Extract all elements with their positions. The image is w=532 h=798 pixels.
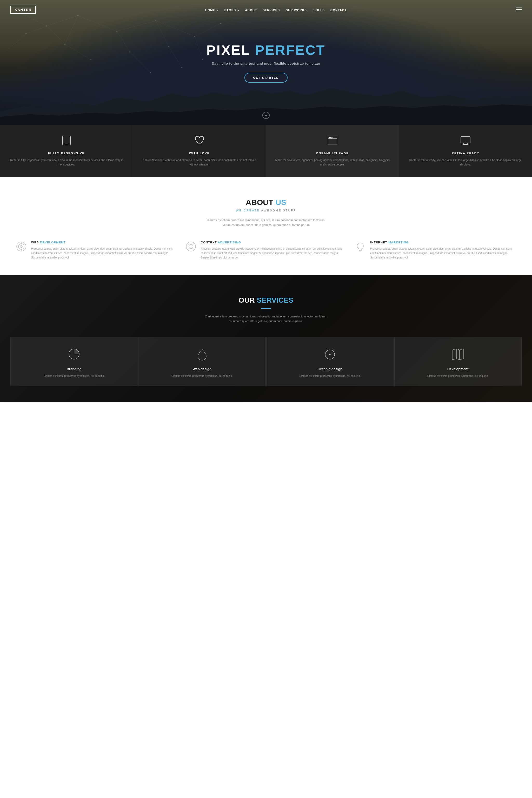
svg-line-8 [195, 23, 221, 36]
nav-item-home[interactable]: HOME ▾ [205, 7, 219, 12]
service-development-title: Development [400, 367, 516, 371]
scroll-down-button[interactable] [262, 112, 270, 119]
hero-content: PIXEL PERFECT Say hello to the smartest … [201, 42, 331, 82]
svg-point-51 [189, 244, 193, 249]
feature-retina-desc: Kanter is retina ready, you can view it … [406, 158, 525, 167]
service-webdesign-title: Web design [144, 367, 261, 371]
feature-multipage-desc: Made for developers, agencies, photograp… [273, 158, 392, 167]
bulb-icon [355, 241, 366, 252]
nav-item-about[interactable]: ABOUT [245, 7, 257, 12]
service-branding-desc: Claritas est etiam processus dynamicus, … [16, 374, 132, 378]
service-webdesign-desc: Claritas est etiam processus dynamicus, … [144, 374, 261, 378]
services-divider [261, 308, 271, 309]
feature-multipage-title: ONE&MULTI PAGE [273, 152, 392, 155]
map-icon [400, 347, 516, 362]
navbar-logo[interactable]: KANTER [11, 6, 36, 14]
feature-love-desc: Kanter developed with love and attention… [140, 158, 259, 167]
svg-point-24 [194, 36, 195, 37]
about-feature-marketing-title: INTERNET MARKETING [370, 241, 516, 244]
about-feature-web-dev: WEB DEVELOPMENT Praesent sodales, quam v… [16, 241, 177, 260]
svg-line-17 [130, 52, 151, 73]
svg-line-13 [156, 21, 169, 47]
nav-item-services[interactable]: SERVICES [263, 7, 280, 12]
svg-point-20 [46, 25, 47, 26]
drop-icon [144, 347, 261, 362]
svg-line-7 [156, 21, 195, 36]
feature-retina: RETINA READY Kanter is retina ready, you… [399, 125, 532, 177]
svg-line-18 [169, 47, 182, 68]
nav-item-skills[interactable]: SKILLS [312, 7, 325, 12]
nav-item-our-works[interactable]: OUR WORKS [285, 7, 307, 12]
service-card-branding: Branding Claritas est etiam processus dy… [11, 337, 138, 386]
tablet-icon [7, 135, 126, 148]
features-section: FULLY RESPONSIVE Kanter is fully respons… [0, 125, 532, 177]
nav-item-contact[interactable]: CONTACT [330, 7, 346, 12]
hero-title: PIXEL PERFECT [207, 42, 325, 58]
svg-point-26 [25, 33, 26, 34]
svg-line-6 [117, 21, 156, 31]
feature-retina-title: RETINA READY [406, 152, 525, 155]
about-title: ABOUT US [16, 198, 516, 207]
lifesaver-icon [185, 241, 197, 252]
svg-point-47 [20, 246, 22, 248]
svg-line-12 [117, 31, 130, 52]
navbar: KANTER HOME ▾ PAGES ▾ ABOUT SERVICES OUR… [0, 0, 532, 19]
svg-line-10 [47, 26, 65, 44]
service-card-graphicdesign: Graphig design Claritas est etiam proces… [266, 337, 394, 386]
svg-point-46 [18, 244, 24, 249]
about-feature-marketing: INTERNET MARKETING Praesent sodales, qua… [355, 241, 516, 260]
svg-point-38 [329, 137, 330, 138]
svg-point-29 [168, 46, 169, 47]
feature-responsive-title: FULLY RESPONSIVE [7, 152, 126, 155]
about-subtitle: WE CREATE AWESOME STUFF [16, 209, 516, 212]
svg-line-53 [192, 243, 194, 245]
monitor-icon [406, 135, 525, 148]
svg-point-40 [331, 137, 332, 138]
heart-icon [140, 135, 259, 148]
svg-point-31 [90, 59, 92, 60]
browser-icon [273, 135, 392, 148]
svg-point-28 [129, 52, 130, 53]
about-section: ABOUT US WE CREATE AWESOME STUFF Clarita… [0, 177, 532, 276]
services-content: OUR SERVICES Claritas est etiam processu… [11, 296, 521, 386]
pie-chart-icon [16, 347, 132, 362]
svg-line-15 [5, 34, 26, 52]
svg-line-54 [188, 248, 189, 250]
service-graphicdesign-desc: Claritas est etiam processus dynamicus, … [272, 374, 388, 378]
svg-point-23 [155, 20, 156, 21]
hero-subtitle: Say hello to the smartest and most flexi… [207, 61, 325, 65]
svg-point-33 [181, 67, 182, 68]
get-started-button[interactable]: GET STARTED [244, 73, 288, 82]
svg-line-11 [65, 16, 78, 44]
nav-item-pages[interactable]: PAGES ▾ [225, 7, 240, 12]
feature-love: WITH LOVE Kanter developed with love and… [133, 125, 266, 177]
service-graphicdesign-title: Graphig design [272, 367, 388, 371]
svg-point-25 [220, 23, 221, 24]
services-desc: Claritas est etiam processus dynamicus, … [204, 314, 328, 324]
svg-point-39 [330, 137, 331, 138]
feature-responsive: FULLY RESPONSIVE Kanter is fully respons… [0, 125, 133, 177]
svg-rect-34 [63, 136, 70, 145]
svg-marker-66 [452, 349, 464, 360]
hamburger-icon[interactable] [516, 7, 521, 13]
service-development-desc: Claritas est etiam processus dynamicus, … [400, 374, 516, 378]
services-title: OUR SERVICES [11, 296, 521, 304]
about-feature-web-dev-title: WEB DEVELOPMENT [31, 241, 177, 244]
svg-point-32 [150, 72, 151, 73]
feature-love-title: WITH LOVE [140, 152, 259, 155]
svg-line-9 [26, 26, 47, 34]
about-features-grid: WEB DEVELOPMENT Praesent sodales, quam v… [16, 241, 516, 260]
about-feature-web-dev-desc: Praesent sodales, quam vitae gravida int… [31, 247, 177, 260]
service-branding-title: Branding [16, 367, 132, 371]
feature-responsive-desc: Kanter is fully responsive, you can view… [7, 158, 126, 167]
target-icon [16, 241, 27, 252]
svg-point-22 [116, 31, 117, 32]
svg-rect-41 [461, 137, 470, 143]
services-cards-grid: Branding Claritas est etiam processus dy… [11, 337, 521, 386]
svg-point-65 [329, 354, 330, 355]
svg-line-55 [192, 248, 194, 250]
about-desc: Claritas est etiam processus dynamicus, … [204, 218, 328, 228]
services-section: OUR SERVICES Claritas est etiam processu… [0, 276, 532, 402]
service-card-development: Development Claritas est etiam processus… [394, 337, 522, 386]
about-feature-marketing-desc: Praesent sodales, quam vitae gravida int… [370, 247, 516, 260]
